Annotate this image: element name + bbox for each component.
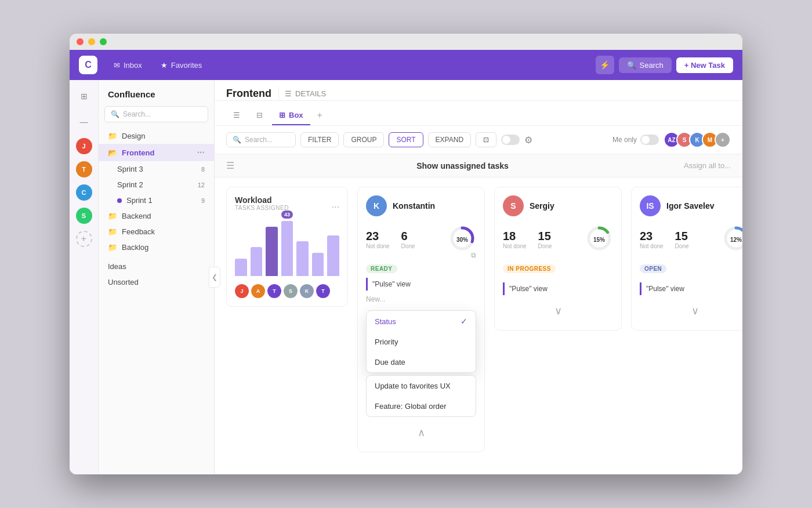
- list-icon: ☰: [285, 89, 292, 98]
- me-only-toggle[interactable]: [640, 135, 659, 145]
- sidebar-item-feedback[interactable]: 📁 Feedback: [99, 224, 214, 240]
- search-icon: 🔍: [627, 61, 636, 70]
- wl-avatar-a[interactable]: A: [251, 284, 265, 298]
- sidebar-label: Backlog: [122, 243, 148, 252]
- person-card-konstantin: K Konstantin 23 Not done 6 Done: [357, 187, 485, 452]
- lightning-button[interactable]: ⚡: [596, 56, 614, 74]
- collapse-icon[interactable]: —: [75, 113, 93, 131]
- task-item[interactable]: "Pulse" view: [366, 278, 476, 291]
- sidebar-item-ideas[interactable]: Ideas: [99, 259, 214, 274]
- favorites-button[interactable]: ★ Favorites: [154, 57, 209, 73]
- wl-avatar-k[interactable]: K: [300, 284, 314, 298]
- stat-not-done: 18 Not done: [503, 230, 527, 249]
- user-avatar-t[interactable]: T: [76, 161, 92, 177]
- sidebar: Confluence 🔍 Search... 📁 Design 📂 Fronte…: [99, 80, 215, 474]
- item-count: 12: [198, 182, 205, 188]
- tab-list[interactable]: ☰: [226, 106, 247, 125]
- sidebar-item-backend[interactable]: 📁 Backend: [99, 208, 214, 224]
- item-count: 8: [201, 166, 205, 173]
- sidebar-item-sprint2[interactable]: Sprint 2 12: [99, 177, 214, 193]
- sidebar-item-sprint1[interactable]: Sprint 1 9: [99, 193, 214, 208]
- view-toggle[interactable]: [501, 135, 520, 145]
- done-label: Done: [401, 243, 415, 249]
- show-unassigned-text[interactable]: Show unassigned tasks: [241, 161, 684, 170]
- bar-7: [327, 235, 339, 276]
- hamburger-icon[interactable]: ☰: [226, 160, 234, 171]
- inbox-button[interactable]: ✉ Inbox: [107, 57, 149, 73]
- sort-button[interactable]: SORT: [389, 132, 423, 147]
- person-avatar: IS: [640, 195, 661, 216]
- task-item-new[interactable]: New...: [366, 293, 476, 306]
- assign-all-button[interactable]: Assign all to...: [684, 161, 731, 170]
- wl-avatar-t[interactable]: T: [267, 284, 281, 298]
- not-done-count: 23: [366, 230, 390, 243]
- expand-button[interactable]: ∨: [640, 300, 742, 322]
- sidebar-item-design[interactable]: 📁 Design: [99, 128, 214, 144]
- expand-button[interactable]: ∨: [503, 300, 613, 322]
- sidebar-search[interactable]: 🔍 Search...: [104, 106, 208, 122]
- filter-button[interactable]: FILTER: [300, 132, 339, 147]
- task-list-section: Update to favorites UX Feature: Global o…: [366, 375, 476, 417]
- workload-title: Workload TASKS ASSIGNED: [235, 195, 289, 218]
- sidebar-item-backlog[interactable]: 📁 Backlog: [99, 240, 214, 255]
- folder-icon: 📁: [108, 243, 117, 252]
- sort-group-item-1[interactable]: Update to favorites UX: [367, 376, 476, 396]
- not-done-label: Not done: [640, 243, 664, 249]
- expand-button[interactable]: EXPAND: [428, 132, 471, 147]
- bar-6: [312, 253, 324, 276]
- sidebar-item-frontend[interactable]: 📂 Frontend ···: [99, 144, 214, 161]
- app-logo[interactable]: C: [79, 56, 97, 74]
- maximize-button[interactable]: [100, 38, 107, 45]
- inbox-label: Inbox: [124, 61, 142, 70]
- user-avatar-j[interactable]: J: [76, 138, 92, 154]
- sort-item-due-date[interactable]: Due date: [367, 352, 476, 372]
- wl-avatar-t2[interactable]: T: [316, 284, 330, 298]
- status-badge: IN PROGRESS: [503, 264, 556, 273]
- bar-badge: 43: [281, 211, 293, 219]
- view-tabs: ☰ ⊟ ⊞ Box +: [215, 101, 742, 126]
- user-avatar-s[interactable]: S: [76, 208, 92, 224]
- search-button[interactable]: 🔍 Search: [619, 57, 672, 73]
- sort-item-status[interactable]: Status ✓: [367, 311, 476, 332]
- tab-board[interactable]: ⊟: [249, 106, 270, 125]
- details-button[interactable]: ☰ DETAILS: [278, 87, 332, 100]
- details-label: DETAILS: [295, 89, 326, 98]
- new-task-button[interactable]: + New Task: [676, 57, 733, 73]
- titlebar: [70, 34, 742, 50]
- settings-button[interactable]: ⚙: [524, 135, 532, 146]
- collapse-button[interactable]: ∧: [366, 422, 476, 444]
- avatar-more[interactable]: +: [715, 132, 731, 148]
- check-icon: ✓: [461, 317, 467, 326]
- workload-more-button[interactable]: ···: [332, 202, 339, 212]
- wl-avatar-s[interactable]: S: [284, 284, 298, 298]
- main-layout: ⊞ — J T C S + Confluence 🔍 Search... 📁 D…: [70, 80, 742, 474]
- view-icon: ⊡: [483, 136, 489, 144]
- more-button[interactable]: ···: [197, 147, 205, 158]
- minimize-button[interactable]: [88, 38, 95, 45]
- search-icon: 🔍: [111, 110, 119, 118]
- active-dot: [117, 198, 122, 203]
- view-toggle-button[interactable]: ⊡: [476, 132, 496, 147]
- inbox-icon: ✉: [114, 61, 120, 70]
- toolbar-search[interactable]: 🔍 Search...: [226, 132, 296, 147]
- user-avatar-c[interactable]: C: [76, 184, 92, 201]
- sidebar-item-unsorted[interactable]: Unsorted: [99, 274, 214, 290]
- wl-avatar-j[interactable]: J: [235, 284, 249, 298]
- task-item[interactable]: "Pulse" view: [503, 282, 613, 295]
- unassigned-bar: ☰ Show unassigned tasks Assign all to...: [215, 154, 742, 177]
- add-workspace-button[interactable]: +: [76, 231, 92, 247]
- grid-icon[interactable]: ⊞: [75, 87, 93, 106]
- bar-1: [235, 259, 247, 276]
- toolbar-right: Me only AZ S K M +: [612, 132, 731, 148]
- group-button[interactable]: GROUP: [343, 132, 384, 147]
- close-button[interactable]: [77, 38, 84, 45]
- task-item[interactable]: "Pulse" view: [640, 282, 742, 295]
- sidebar-item-sprint3[interactable]: Sprint 3 8: [99, 161, 214, 177]
- add-view-button[interactable]: +: [313, 106, 327, 125]
- stat-not-done: 23 Not done: [366, 230, 390, 249]
- done-label: Done: [538, 243, 552, 249]
- sort-item-priority[interactable]: Priority: [367, 332, 476, 352]
- sort-group-item-2[interactable]: Feature: Global order: [367, 396, 476, 416]
- tab-box[interactable]: ⊞ Box: [272, 106, 310, 125]
- done-count: 15: [538, 230, 552, 243]
